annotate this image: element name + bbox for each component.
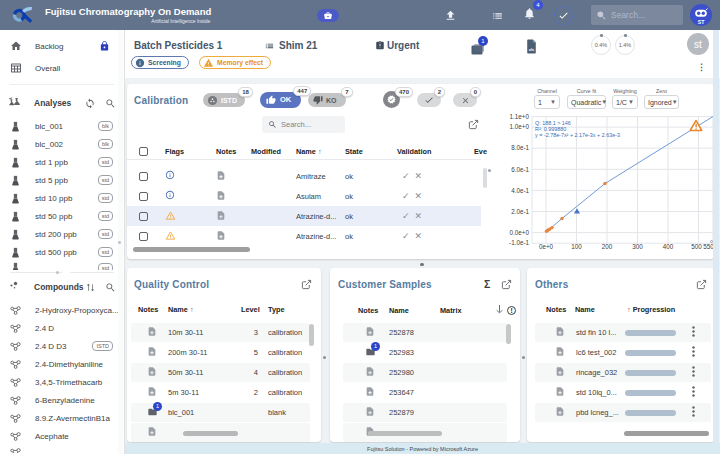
- svg-text:-1.0e-1: -1.0e-1: [509, 239, 529, 246]
- svg-text:400: 400: [663, 243, 674, 250]
- svg-text:100: 100: [571, 243, 582, 250]
- svg-text:y = -2.78e-7x² + 2.17e-3x + 2.: y = -2.78e-7x² + 2.17e-3x + 2.63e-3: [535, 132, 620, 138]
- svg-text:ST: ST: [698, 19, 705, 25]
- svg-text:6.0e-1: 6.0e-1: [511, 166, 529, 173]
- svg-text:2.0e-1: 2.0e-1: [511, 208, 529, 215]
- svg-text:300: 300: [632, 243, 643, 250]
- svg-text:1.1e+0: 1.1e+0: [510, 113, 530, 120]
- svg-text:1.0e+0: 1.0e+0: [510, 123, 530, 130]
- svg-text:0e+0: 0e+0: [539, 243, 554, 250]
- svg-text:xls: xls: [529, 47, 535, 52]
- svg-text:4.0e-1: 4.0e-1: [511, 187, 529, 194]
- svg-text:0.0e+0: 0.0e+0: [510, 229, 530, 236]
- svg-text:500: 500: [691, 243, 702, 250]
- svg-text:200: 200: [602, 243, 613, 250]
- svg-text:8.0e-1: 8.0e-1: [511, 144, 529, 151]
